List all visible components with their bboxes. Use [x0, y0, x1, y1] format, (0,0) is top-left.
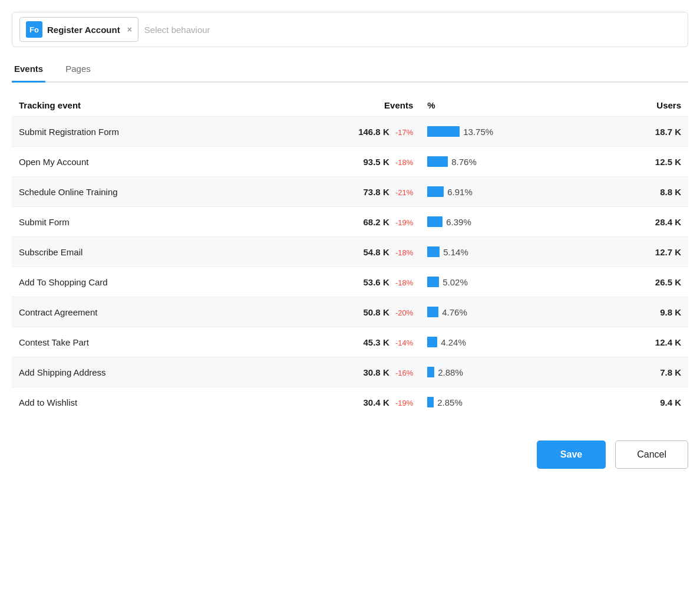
- cell-users: 26.5 K: [599, 267, 688, 297]
- tab-events[interactable]: Events: [12, 59, 45, 83]
- percent-text: 2.88%: [438, 367, 463, 377]
- cell-event-name: Submit Registration Form: [12, 117, 266, 147]
- percent-text: 5.14%: [443, 247, 468, 257]
- tag-icon: Fo: [26, 21, 42, 38]
- cell-events: 54.8 K -18%: [266, 237, 420, 267]
- tab-pages[interactable]: Pages: [63, 59, 93, 83]
- change-badge: -18%: [395, 248, 413, 257]
- change-badge: -16%: [395, 369, 413, 377]
- tag-close-icon[interactable]: ×: [127, 25, 132, 34]
- table-row: Subscribe Email 54.8 K -18% 5.14% 12.7 K: [12, 237, 688, 267]
- cell-percent: 2.88%: [420, 357, 599, 387]
- events-value: 50.8 K: [364, 307, 389, 317]
- cell-events: 93.5 K -18%: [266, 147, 420, 177]
- cancel-button[interactable]: Cancel: [615, 440, 688, 469]
- cell-events: 68.2 K -19%: [266, 207, 420, 237]
- cell-events: 30.8 K -16%: [266, 357, 420, 387]
- save-button[interactable]: Save: [537, 440, 606, 469]
- percent-bar: [427, 126, 460, 137]
- col-header-events: Events: [266, 94, 420, 117]
- change-badge: -20%: [395, 308, 413, 317]
- percent-text: 13.75%: [463, 127, 493, 137]
- cell-users: 9.8 K: [599, 297, 688, 327]
- cell-event-name: Add Shipping Address: [12, 357, 266, 387]
- cell-percent: 4.24%: [420, 327, 599, 357]
- percent-bar: [427, 337, 437, 347]
- cell-events: 146.8 K -17%: [266, 117, 420, 147]
- tabs-bar: Events Pages: [12, 59, 688, 83]
- percent-bar: [427, 156, 448, 167]
- cell-percent: 8.76%: [420, 147, 599, 177]
- events-value: 93.5 K: [364, 157, 389, 167]
- change-badge: -18%: [395, 278, 413, 287]
- select-behaviour-placeholder[interactable]: Select behaviour: [144, 25, 681, 35]
- table-row: Contest Take Part 45.3 K -14% 4.24% 12.4…: [12, 327, 688, 357]
- table-row: Submit Form 68.2 K -19% 6.39% 28.4 K: [12, 207, 688, 237]
- cell-events: 30.4 K -19%: [266, 387, 420, 417]
- table-row: Add To Shopping Card 53.6 K -18% 5.02% 2…: [12, 267, 688, 297]
- table-row: Contract Agreement 50.8 K -20% 4.76% 9.8…: [12, 297, 688, 327]
- cell-percent: 2.85%: [420, 387, 599, 417]
- cell-users: 8.8 K: [599, 177, 688, 207]
- cell-users: 9.4 K: [599, 387, 688, 417]
- percent-bar: [427, 186, 444, 197]
- tag-chip[interactable]: Fo Register Account ×: [19, 17, 138, 42]
- cell-event-name: Subscribe Email: [12, 237, 266, 267]
- percent-bar: [427, 367, 434, 377]
- cell-event-name: Schedule Online Training: [12, 177, 266, 207]
- cell-percent: 4.76%: [420, 297, 599, 327]
- cell-percent: 13.75%: [420, 117, 599, 147]
- cell-events: 53.6 K -18%: [266, 267, 420, 297]
- events-value: 53.6 K: [364, 277, 389, 287]
- percent-bar: [427, 216, 443, 227]
- events-value: 30.8 K: [364, 367, 389, 377]
- events-value: 54.8 K: [364, 247, 389, 257]
- table-row: Schedule Online Training 73.8 K -21% 6.9…: [12, 177, 688, 207]
- col-header-users: Users: [599, 94, 688, 117]
- cell-percent: 5.14%: [420, 237, 599, 267]
- cell-users: 28.4 K: [599, 207, 688, 237]
- cell-event-name: Contract Agreement: [12, 297, 266, 327]
- table-row: Add to Wishlist 30.4 K -19% 2.85% 9.4 K: [12, 387, 688, 417]
- cell-users: 12.5 K: [599, 147, 688, 177]
- percent-text: 6.91%: [447, 187, 473, 197]
- events-value: 45.3 K: [364, 337, 389, 347]
- cell-event-name: Contest Take Part: [12, 327, 266, 357]
- table-row: Add Shipping Address 30.8 K -16% 2.88% 7…: [12, 357, 688, 387]
- percent-bar: [427, 397, 434, 407]
- cell-percent: 5.02%: [420, 267, 599, 297]
- footer-actions: Save Cancel: [12, 440, 688, 481]
- percent-bar: [427, 277, 439, 287]
- col-header-percent: %: [420, 94, 599, 117]
- table-row: Open My Account 93.5 K -18% 8.76% 12.5 K: [12, 147, 688, 177]
- events-value: 68.2 K: [364, 217, 389, 227]
- tracking-table: Tracking event Events % Users Submit Reg…: [12, 94, 688, 417]
- cell-event-name: Add To Shopping Card: [12, 267, 266, 297]
- cell-percent: 6.91%: [420, 177, 599, 207]
- percent-text: 6.39%: [446, 217, 471, 227]
- cell-events: 50.8 K -20%: [266, 297, 420, 327]
- events-value: 30.4 K: [364, 397, 389, 407]
- cell-events: 45.3 K -14%: [266, 327, 420, 357]
- percent-text: 8.76%: [451, 157, 477, 167]
- cell-percent: 6.39%: [420, 207, 599, 237]
- cell-event-name: Open My Account: [12, 147, 266, 177]
- change-badge: -19%: [395, 399, 413, 407]
- cell-users: 18.7 K: [599, 117, 688, 147]
- percent-text: 4.24%: [441, 337, 466, 347]
- percent-text: 2.85%: [437, 397, 463, 407]
- change-badge: -19%: [395, 218, 413, 227]
- cell-events: 73.8 K -21%: [266, 177, 420, 207]
- cell-event-name: Add to Wishlist: [12, 387, 266, 417]
- change-badge: -17%: [395, 128, 413, 137]
- tag-label: Register Account: [47, 25, 120, 35]
- percent-bar: [427, 307, 438, 317]
- header-bar: Fo Register Account × Select behaviour: [12, 12, 688, 47]
- table-row: Submit Registration Form 146.8 K -17% 13…: [12, 117, 688, 147]
- cell-users: 12.7 K: [599, 237, 688, 267]
- percent-text: 5.02%: [443, 277, 468, 287]
- cell-event-name: Submit Form: [12, 207, 266, 237]
- percent-text: 4.76%: [442, 307, 467, 317]
- events-value: 73.8 K: [364, 187, 389, 197]
- events-value: 146.8 K: [358, 127, 389, 137]
